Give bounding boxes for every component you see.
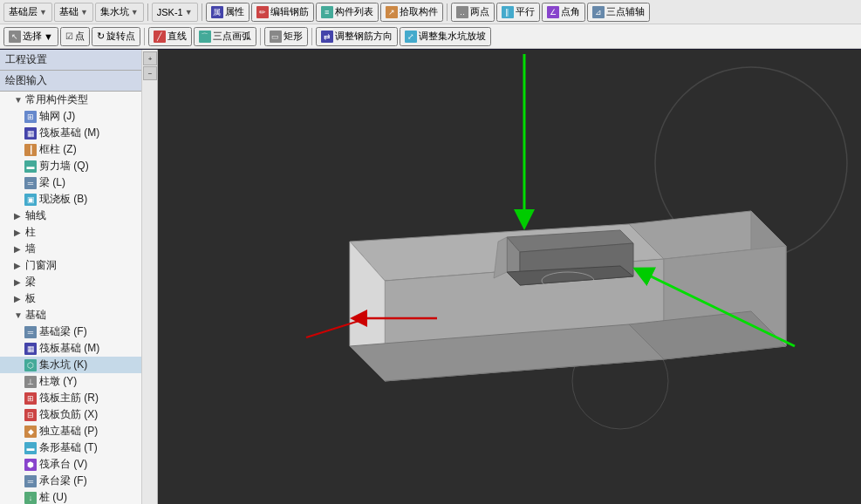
sidebar-drawing-input[interactable]: 绘图输入 <box>0 71 141 92</box>
foundation-beam-label: 基础梁 (F) <box>39 324 87 339</box>
tree-header-foundation[interactable]: ▼ 基础 <box>0 307 141 324</box>
raft-label: 筏板基础 (M) <box>39 126 99 140</box>
tree-header-beam[interactable]: ▶ 梁 <box>0 274 141 290</box>
sump-pit-icon: ⬡ <box>24 359 37 371</box>
label-rotate-point: 旋转点 <box>106 30 135 43</box>
tree-header-wall[interactable]: ▶ 墙 <box>0 241 141 257</box>
tree-item-foundation-beam[interactable]: ═ 基础梁 (F) <box>0 324 141 340</box>
beam-label: 梁 (L) <box>39 175 65 190</box>
tree-header-slab[interactable]: ▶ 板 <box>0 290 141 307</box>
tree-item-raft-foundation[interactable]: ▦ 筏板基础 (M) <box>0 340 141 357</box>
rebar-main-icon: ⊞ <box>24 392 37 405</box>
sep6 <box>311 28 312 45</box>
sep3 <box>447 3 448 21</box>
strip-foundation-icon: ▬ <box>24 442 37 454</box>
grid-icon: ⊞ <box>24 111 37 123</box>
btn-member-list[interactable]: ≡ 构件列表 <box>316 3 379 22</box>
tree-item-isolated-foundation[interactable]: ◆ 独立基础 (P) <box>0 423 141 439</box>
tree-header-axis[interactable]: ▶ 轴线 <box>0 208 141 224</box>
point-icon: ☑ <box>65 31 73 41</box>
tree-item-cap-beam[interactable]: ═ 承台梁 (F) <box>0 473 141 489</box>
pillar-label: 柱 <box>25 225 36 240</box>
btn-three-point-aux[interactable]: ⊿ 三点辅轴 <box>587 3 650 22</box>
three-point-aux-icon: ⊿ <box>592 6 605 18</box>
pile-icon: ↓ <box>24 492 37 504</box>
rect-icon: ▭ <box>270 31 282 43</box>
tree-item-column-pier[interactable]: ⊥ 柱墩 (Y) <box>0 373 141 390</box>
left-tool-2[interactable]: − <box>143 66 157 80</box>
label-adjust-rebar: 调整钢筋方向 <box>335 30 393 43</box>
btn-two-point[interactable]: ‥ 两点 <box>451 3 495 22</box>
btn-adjust-sump-slope[interactable]: ⤢ 调整集水坑放坡 <box>400 27 491 46</box>
expand-beam-icon: ▶ <box>14 277 23 287</box>
slab-icon: ▣ <box>24 194 37 206</box>
line-icon: ╱ <box>154 31 166 43</box>
tree-item-slab[interactable]: ▣ 现浇板 (B) <box>0 191 141 208</box>
btn-layer-sump[interactable]: 集水坑 ▼ <box>95 3 144 22</box>
tree-item-raft-rebar-main[interactable]: ⊞ 筏板主筋 (R) <box>0 390 141 406</box>
property-icon: 属 <box>211 6 223 18</box>
engineering-settings-label: 工程设置 <box>5 53 47 65</box>
tree-item-pile-cap[interactable]: ⬢ 筏承台 (V) <box>0 456 141 473</box>
column-pier-icon: ⊥ <box>24 376 37 388</box>
btn-edit-rebar[interactable]: ✏ 编辑钢筋 <box>251 3 314 22</box>
cap-beam-label: 承台梁 (F) <box>39 473 87 488</box>
tree-item-beam[interactable]: ═ 梁 (L) <box>0 174 141 191</box>
sep5 <box>260 28 261 45</box>
sump-pit-label: 集水坑 (K) <box>39 358 87 372</box>
raft-icon: ▦ <box>24 127 37 140</box>
left-tool-1[interactable]: + <box>143 51 157 65</box>
tree-item-column[interactable]: ┃ 框柱 (Z) <box>0 141 141 158</box>
tree-header-doorwindow[interactable]: ▶ 门窗洞 <box>0 257 141 274</box>
label-member-list: 构件列表 <box>335 5 373 18</box>
tree-item-raft[interactable]: ▦ 筏板基础 (M) <box>0 125 141 141</box>
rebar-neg-label: 筏板负筋 (X) <box>39 407 98 422</box>
raft-foundation-icon: ▦ <box>24 343 37 355</box>
beam-group-label: 梁 <box>25 275 36 289</box>
canvas-area <box>158 50 861 504</box>
adjust-sump-icon: ⤢ <box>405 31 417 43</box>
wall-group-label: 墙 <box>25 242 36 256</box>
tree-item-pile[interactable]: ↓ 桩 (U) <box>0 489 141 504</box>
btn-layer-foundation[interactable]: 基础层 ▼ <box>3 3 52 22</box>
foundation-group-label: 基础 <box>25 308 46 323</box>
expand-common-icon: ▼ <box>14 95 23 105</box>
btn-rotate-point[interactable]: ↻ 旋转点 <box>92 27 140 46</box>
tree-item-sump-pit[interactable]: ⬡ 集水坑 (K) <box>0 357 141 373</box>
adjust-rebar-icon: ⇄ <box>321 31 333 43</box>
btn-rect[interactable]: ▭ 矩形 <box>264 27 308 46</box>
btn-three-arc[interactable]: ⌒ 三点画弧 <box>194 27 256 46</box>
pick-member-icon: ↗ <box>386 6 398 18</box>
column-label: 框柱 (Z) <box>39 142 77 157</box>
expand-doorwindow-icon: ▶ <box>14 261 23 270</box>
3d-canvas-svg <box>158 50 861 504</box>
foundation-beam-icon: ═ <box>24 326 37 338</box>
btn-adjust-rebar-dir[interactable]: ⇄ 调整钢筋方向 <box>316 27 398 46</box>
btn-pick-member[interactable]: ↗ 拾取构件 <box>380 3 443 22</box>
btn-point-angle[interactable]: ∠ 点角 <box>542 3 585 22</box>
btn-line[interactable]: ╱ 直线 <box>148 27 192 46</box>
btn-layer-base[interactable]: 基础 ▼ <box>54 3 93 22</box>
tree-item-strip-foundation[interactable]: ▬ 条形基础 (T) <box>0 439 141 456</box>
label-edit-rebar: 编辑钢筋 <box>270 5 309 18</box>
expand-foundation-icon: ▼ <box>14 310 23 320</box>
edit-rebar-icon: ✏ <box>256 6 269 18</box>
btn-point[interactable]: ☑ 点 <box>60 27 90 46</box>
rebar-main-label: 筏板主筋 (R) <box>39 391 99 405</box>
point-angle-icon: ∠ <box>547 6 559 18</box>
toolbar-row2: ↖ 选择 ▼ ☑ 点 ↻ 旋转点 ╱ 直线 ⌒ 三点画弧 ▭ 矩形 ⇄ 调整钢筋… <box>0 24 861 49</box>
label-adjust-sump: 调整集水坑放坡 <box>419 30 486 43</box>
btn-property[interactable]: 属 属性 <box>206 3 249 22</box>
label-jsk1: JSK-1 <box>157 7 183 17</box>
column-icon: ┃ <box>24 144 37 156</box>
btn-select[interactable]: ↖ 选择 ▼ <box>3 27 58 46</box>
tree-item-raft-rebar-neg[interactable]: ⊟ 筏板负筋 (X) <box>0 406 141 423</box>
btn-parallel[interactable]: ∥ 平行 <box>496 3 540 22</box>
tree-item-wall[interactable]: ▬ 剪力墙 (Q) <box>0 158 141 174</box>
btn-jsk1[interactable]: JSK-1 ▼ <box>152 3 198 22</box>
tree-header-pillar[interactable]: ▶ 柱 <box>0 224 141 241</box>
tree-header-common[interactable]: ▼ 常用构件类型 <box>0 92 141 108</box>
grid-label: 轴网 (J) <box>39 109 75 124</box>
tree-item-grid[interactable]: ⊞ 轴网 (J) <box>0 108 141 125</box>
sidebar-engineering-settings[interactable]: 工程设置 <box>0 50 141 71</box>
